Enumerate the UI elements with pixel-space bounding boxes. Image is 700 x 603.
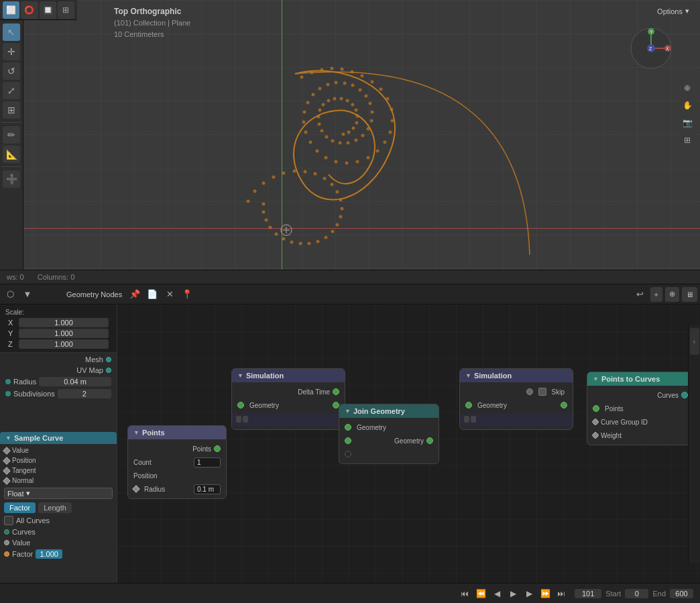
collapse-btn[interactable]: ‹ — [690, 328, 699, 355]
rotate-tool-icon[interactable]: ↺ — [3, 62, 20, 80]
sim2-collapse[interactable]: ▼ — [465, 372, 471, 379]
pts-count-value[interactable]: 1 — [194, 457, 221, 468]
sim1-connector1[interactable] — [236, 416, 241, 423]
ptc-collapse[interactable]: ▼ — [593, 376, 599, 382]
current-frame[interactable]: 101 — [575, 589, 601, 598]
scale-tool-icon[interactable]: ⤢ — [3, 82, 20, 99]
ptc-curves-out-socket[interactable] — [681, 392, 688, 398]
scale-z-value[interactable]: 1.000 — [19, 339, 109, 349]
jump-start-btn[interactable]: ⏮ — [458, 587, 471, 600]
scale-y-value[interactable]: 1.000 — [19, 329, 109, 338]
uvmap-socket[interactable] — [106, 368, 111, 373]
sim2-connector2[interactable] — [471, 416, 476, 423]
sc-tangent-socket[interactable] — [3, 467, 10, 474]
points-collapse[interactable]: ▼ — [133, 429, 139, 436]
prev-keyframe-btn[interactable]: ⏪ — [474, 587, 487, 600]
radius-value[interactable]: 0.04 m — [39, 377, 111, 386]
next-frame-btn[interactable]: ▶ — [522, 587, 536, 600]
sim1-collapse[interactable]: ▼ — [237, 372, 243, 379]
pin-active-icon[interactable]: 📍 — [180, 287, 194, 302]
next-keyframe-btn[interactable]: ⏩ — [538, 587, 552, 600]
annotate-tool-icon[interactable]: ✏ — [3, 126, 20, 144]
sc-normal-socket[interactable] — [3, 477, 10, 484]
node-canvas[interactable]: Scale: X 1.000 Y 1.000 Z 1.000 Mesh — [0, 305, 700, 583]
sim1-connector2[interactable] — [243, 416, 248, 423]
length-button[interactable]: Length — [38, 502, 72, 513]
subdivisions-value[interactable]: 2 — [58, 389, 111, 398]
sim2-header[interactable]: ▼ Simulation — [460, 369, 573, 382]
ptc-points-row: Points — [587, 402, 693, 415]
join-geo-in-socket2[interactable] — [345, 437, 351, 444]
join-geo-in-socket1[interactable] — [345, 424, 351, 431]
join-geo-out-socket[interactable] — [426, 437, 433, 444]
3d-viewport[interactable]: Top Orthographic (101) Collection | Plan… — [0, 0, 700, 282]
sim2-skip-socket-in[interactable] — [526, 388, 533, 395]
start-frame[interactable]: 0 — [625, 589, 648, 598]
end-frame[interactable]: 600 — [670, 589, 693, 598]
svg-point-49 — [327, 99, 331, 103]
svg-point-82 — [275, 233, 278, 236]
join-geometry-node: ▼ Join Geometry Geometry Geometry — [339, 404, 439, 464]
prev-frame-btn[interactable]: ◀ — [490, 587, 504, 600]
close-icon[interactable]: ✕ — [162, 287, 177, 302]
sc-factor-value[interactable]: 1.000 — [36, 549, 62, 559]
join-geo-add-socket[interactable] — [345, 451, 351, 457]
ptc-points-socket[interactable] — [593, 405, 599, 412]
sim2-connector1[interactable] — [464, 416, 469, 423]
jump-end-btn[interactable]: ⏭ — [555, 587, 568, 600]
sim1-delta-socket[interactable] — [333, 388, 339, 395]
join-geo-collapse[interactable]: ▼ — [345, 408, 351, 415]
right-collapse-handle[interactable]: ‹ — [688, 325, 700, 563]
transform-tool-icon[interactable]: ⊞ — [3, 101, 20, 119]
select-box-icon[interactable]: ⬜ — [3, 1, 19, 19]
overlay-btn[interactable]: ⊕ — [665, 287, 679, 302]
ptc-cgid-socket[interactable] — [591, 418, 599, 425]
svg-point-52 — [346, 99, 349, 103]
cursor-tool-icon[interactable]: ↖ — [3, 23, 20, 41]
pts-radius-socket[interactable] — [132, 485, 139, 492]
join-geo-header[interactable]: ▼ Join Geometry — [339, 404, 439, 418]
viewport-gizmo[interactable]: Y X Z — [630, 27, 673, 70]
sim2-footer — [460, 413, 573, 427]
add-tool-icon[interactable]: ➕ — [3, 170, 20, 188]
hand-tool-icon[interactable]: ✋ — [680, 98, 695, 113]
select-circle-icon[interactable]: ⭕ — [21, 1, 38, 19]
sc-value2-socket[interactable] — [4, 540, 9, 545]
editor-type-icon[interactable]: ⬡ — [3, 287, 17, 302]
select-extra-icon[interactable]: ⊞ — [58, 1, 74, 19]
sc-value-socket[interactable] — [3, 447, 10, 454]
pts-points-out-socket[interactable] — [214, 445, 221, 452]
pts-radius-value[interactable]: 0.1 m — [194, 484, 221, 494]
zoom-extents-icon[interactable]: ⊕ — [680, 80, 695, 95]
sc-position-socket[interactable] — [3, 457, 10, 464]
undo-icon[interactable]: ↩ — [633, 287, 648, 302]
sim2-geo-out-socket[interactable] — [561, 402, 567, 408]
sim1-geo-in-socket[interactable] — [237, 402, 244, 408]
sim1-header[interactable]: ▼ Simulation — [232, 369, 345, 382]
ptc-header[interactable]: ▼ Points to Curves — [587, 372, 693, 386]
add-node-btn[interactable]: + — [650, 287, 662, 302]
pin-icon[interactable]: 📌 — [127, 287, 142, 302]
new-node-tree-icon[interactable]: 📄 — [145, 287, 160, 302]
points-header[interactable]: ▼ Points — [128, 426, 226, 439]
move-tool-icon[interactable]: ✛ — [3, 43, 20, 60]
select-lasso-icon[interactable]: 🔲 — [40, 1, 56, 19]
mesh-socket[interactable] — [106, 357, 111, 362]
measure-tool-icon[interactable]: 📐 — [3, 146, 20, 163]
sim2-geo-in-socket[interactable] — [465, 402, 472, 408]
options-button[interactable]: Options ▾ — [652, 5, 695, 17]
play-btn[interactable]: ▶ — [506, 587, 520, 600]
sim2-skip-checkbox[interactable] — [538, 388, 546, 396]
sc-factor-socket[interactable] — [4, 551, 9, 557]
viewport-btn[interactable]: 🖥 — [682, 287, 697, 302]
grid-icon[interactable]: ⊞ — [680, 133, 695, 148]
factor-button[interactable]: Factor — [4, 502, 36, 513]
ptc-weight-socket[interactable] — [591, 431, 599, 439]
sc-curves-socket[interactable] — [4, 529, 9, 535]
all-curves-checkbox[interactable] — [4, 516, 13, 525]
scale-x-value[interactable]: 1.000 — [19, 318, 109, 327]
camera-icon[interactable]: 📷 — [680, 115, 695, 130]
object-icon[interactable]: ▼ — [20, 287, 35, 302]
sc-type-dropdown[interactable]: Float ▾ — [4, 488, 113, 499]
svg-point-29 — [335, 81, 338, 85]
